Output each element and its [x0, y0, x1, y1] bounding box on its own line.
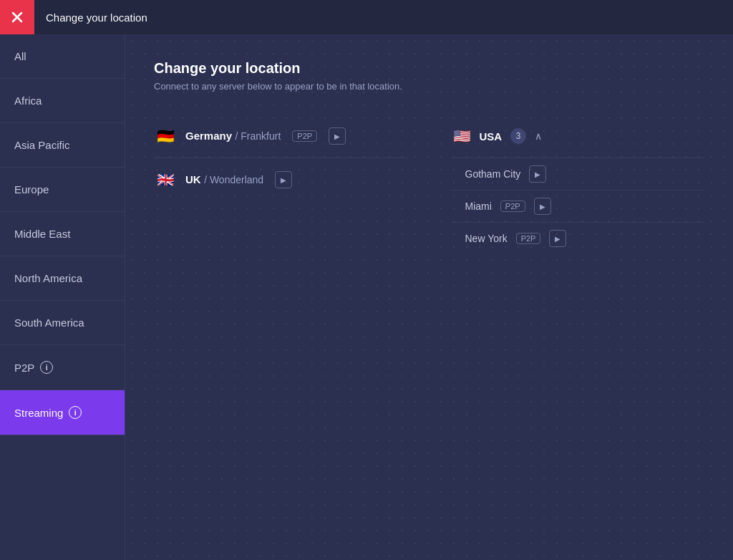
- sidebar-label-europe: Europe: [14, 183, 49, 195]
- miami-name: Miami: [465, 201, 492, 212]
- sub-server-row-gotham[interactable]: Gotham City ▶: [451, 158, 705, 190]
- miami-play-button[interactable]: ▶: [534, 198, 551, 215]
- usa-chevron-up-icon: ∧: [535, 130, 542, 142]
- window-title: Change your location: [46, 11, 147, 24]
- sidebar-item-all[interactable]: All: [0, 34, 125, 79]
- sidebar-item-asia-pacific[interactable]: Asia Pacific: [0, 123, 125, 168]
- content-area: Change your location Connect to any serv…: [125, 34, 733, 560]
- server-grid: 🇩🇪 Germany / Frankfurt P2P ▶ 🇬🇧 UK: [154, 115, 704, 254]
- usa-sub-servers: Gotham City ▶ Miami P2P ▶ New York P: [451, 158, 705, 254]
- new-york-p2p-tag: P2P: [516, 233, 541, 244]
- new-york-name: New York: [465, 233, 508, 244]
- sub-server-row-new-york[interactable]: New York P2P ▶: [451, 223, 705, 254]
- usa-server-name: USA: [480, 130, 503, 143]
- gotham-play-button[interactable]: ▶: [529, 165, 546, 183]
- sidebar-item-north-america[interactable]: North America: [0, 256, 125, 301]
- sub-server-row-miami[interactable]: Miami P2P ▶: [451, 190, 705, 223]
- uk-server-name: UK: [185, 173, 201, 185]
- sidebar-item-p2p[interactable]: P2P i: [0, 345, 125, 390]
- sidebar-item-africa[interactable]: Africa: [0, 79, 125, 123]
- uk-server-sub: / Wonderland: [204, 174, 263, 185]
- server-row-germany[interactable]: 🇩🇪 Germany / Frankfurt P2P ▶: [154, 115, 408, 158]
- server-row-usa[interactable]: 🇺🇸 USA 3 ∧: [451, 115, 705, 158]
- right-column: 🇺🇸 USA 3 ∧ Gotham City ▶: [451, 115, 705, 254]
- streaming-info-icon: i: [69, 406, 82, 419]
- new-york-play-button[interactable]: ▶: [549, 230, 566, 247]
- close-button[interactable]: [0, 0, 34, 34]
- sidebar-label-streaming: Streaming: [14, 407, 63, 419]
- sidebar-item-europe[interactable]: Europe: [0, 168, 125, 212]
- sidebar: All Africa Asia Pacific Europe Middle Ea…: [0, 34, 125, 560]
- page-subtitle: Connect to any server below to appear to…: [154, 81, 704, 92]
- page-title: Change your location: [154, 60, 704, 77]
- title-bar: Change your location: [0, 0, 733, 34]
- sidebar-label-south-america: South America: [14, 317, 84, 329]
- content-inner: Change your location Connect to any serv…: [154, 60, 704, 254]
- server-row-uk[interactable]: 🇬🇧 UK / Wonderland ▶: [154, 158, 408, 201]
- uk-flag: 🇬🇧: [154, 168, 177, 191]
- germany-name: Germany / Frankfurt: [185, 130, 281, 143]
- germany-server-sub: / Frankfurt: [236, 130, 281, 142]
- p2p-info-icon: i: [40, 361, 53, 374]
- germany-p2p-tag: P2P: [292, 130, 317, 142]
- sidebar-label-asia-pacific: Asia Pacific: [14, 139, 70, 151]
- germany-server-name: Germany: [185, 130, 232, 142]
- uk-name: UK / Wonderland: [185, 173, 263, 186]
- usa-count-badge: 3: [510, 128, 526, 144]
- sidebar-item-streaming[interactable]: Streaming i: [0, 390, 125, 435]
- gotham-city-name: Gotham City: [465, 168, 521, 180]
- sidebar-label-north-america: North America: [14, 272, 82, 284]
- sidebar-item-middle-east[interactable]: Middle East: [0, 212, 125, 256]
- uk-play-button[interactable]: ▶: [275, 171, 292, 188]
- germany-play-button[interactable]: ▶: [329, 127, 346, 145]
- sidebar-label-africa: Africa: [14, 95, 42, 107]
- sidebar-label-middle-east: Middle East: [14, 228, 70, 240]
- germany-flag: 🇩🇪: [154, 125, 177, 148]
- sidebar-item-south-america[interactable]: South America: [0, 301, 125, 345]
- sidebar-label-p2p: P2P: [14, 362, 34, 374]
- main-layout: All Africa Asia Pacific Europe Middle Ea…: [0, 34, 733, 560]
- left-column: 🇩🇪 Germany / Frankfurt P2P ▶ 🇬🇧 UK: [154, 115, 408, 254]
- sidebar-label-all: All: [14, 50, 26, 62]
- miami-p2p-tag: P2P: [500, 201, 525, 212]
- usa-flag: 🇺🇸: [451, 125, 474, 148]
